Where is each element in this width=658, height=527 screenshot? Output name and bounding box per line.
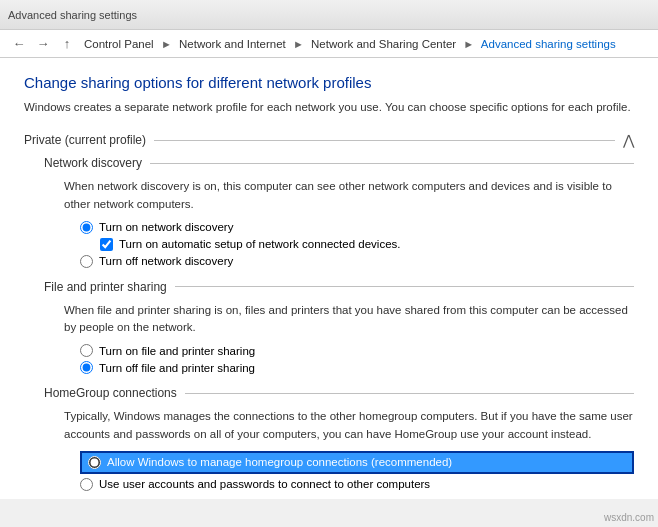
- page-title: Change sharing options for different net…: [24, 74, 634, 91]
- nd-on-option[interactable]: Turn on network discovery: [64, 221, 634, 234]
- nd-on-label: Turn on network discovery: [99, 221, 233, 233]
- fp-on-option[interactable]: Turn on file and printer sharing: [64, 344, 634, 357]
- fp-divider: [175, 286, 634, 287]
- window-title: Advanced sharing settings: [8, 9, 137, 21]
- back-button[interactable]: ←: [8, 33, 30, 55]
- hg-accounts-label: Use user accounts and passwords to conne…: [99, 478, 430, 490]
- fp-off-label: Turn off file and printer sharing: [99, 362, 255, 374]
- homegroup-header: HomeGroup connections: [44, 386, 634, 400]
- hg-accounts-option[interactable]: Use user accounts and passwords to conne…: [64, 478, 634, 491]
- fp-on-radio[interactable]: [80, 344, 93, 357]
- nd-auto-option[interactable]: Turn on automatic setup of network conne…: [64, 238, 634, 251]
- hg-divider: [185, 393, 634, 394]
- file-printer-title: File and printer sharing: [44, 280, 175, 294]
- network-discovery-title: Network discovery: [44, 156, 150, 170]
- breadcrumb-network-internet[interactable]: Network and Internet: [179, 38, 286, 50]
- breadcrumb-advanced-sharing: Advanced sharing settings: [481, 38, 616, 50]
- private-profile-header: Private (current profile) ⋀: [24, 132, 634, 148]
- nd-auto-label: Turn on automatic setup of network conne…: [119, 238, 400, 250]
- breadcrumb-control-panel[interactable]: Control Panel: [84, 38, 154, 50]
- page-description: Windows creates a separate network profi…: [24, 99, 634, 116]
- file-printer-header: File and printer sharing: [44, 280, 634, 294]
- main-content: Change sharing options for different net…: [0, 58, 658, 499]
- nd-off-label: Turn off network discovery: [99, 255, 233, 267]
- breadcrumb-network-sharing-center[interactable]: Network and Sharing Center: [311, 38, 456, 50]
- up-button[interactable]: ↑: [56, 33, 78, 55]
- private-profile-content: Network discovery When network discovery…: [24, 156, 634, 491]
- hg-windows-label: Allow Windows to manage homegroup connec…: [107, 456, 452, 468]
- breadcrumb: Control Panel ► Network and Internet ► N…: [84, 38, 616, 50]
- address-bar: ← → ↑ Control Panel ► Network and Intern…: [0, 30, 658, 58]
- nd-auto-checkbox[interactable]: [100, 238, 113, 251]
- watermark: wsxdn.com: [604, 512, 654, 523]
- nd-on-radio[interactable]: [80, 221, 93, 234]
- homegroup-title: HomeGroup connections: [44, 386, 185, 400]
- hg-accounts-radio[interactable]: [80, 478, 93, 491]
- title-bar: Advanced sharing settings: [0, 0, 658, 30]
- network-discovery-content: When network discovery is on, this compu…: [44, 178, 634, 268]
- fp-off-radio[interactable]: [80, 361, 93, 374]
- hg-description: Typically, Windows manages the connectio…: [64, 408, 634, 443]
- fp-description: When file and printer sharing is on, fil…: [64, 302, 634, 337]
- section-divider: [154, 140, 615, 141]
- private-profile-title: Private (current profile): [24, 133, 154, 147]
- homegroup-content: Typically, Windows manages the connectio…: [44, 408, 634, 491]
- private-profile-chevron[interactable]: ⋀: [623, 132, 634, 148]
- fp-off-option[interactable]: Turn off file and printer sharing: [64, 361, 634, 374]
- nd-off-radio[interactable]: [80, 255, 93, 268]
- file-printer-content: When file and printer sharing is on, fil…: [44, 302, 634, 375]
- fp-on-label: Turn on file and printer sharing: [99, 345, 255, 357]
- nd-description: When network discovery is on, this compu…: [64, 178, 634, 213]
- nd-divider: [150, 163, 634, 164]
- network-discovery-header: Network discovery: [44, 156, 634, 170]
- nd-off-option[interactable]: Turn off network discovery: [64, 255, 634, 268]
- hg-windows-option[interactable]: Allow Windows to manage homegroup connec…: [80, 451, 634, 474]
- hg-windows-radio[interactable]: [88, 456, 101, 469]
- forward-button[interactable]: →: [32, 33, 54, 55]
